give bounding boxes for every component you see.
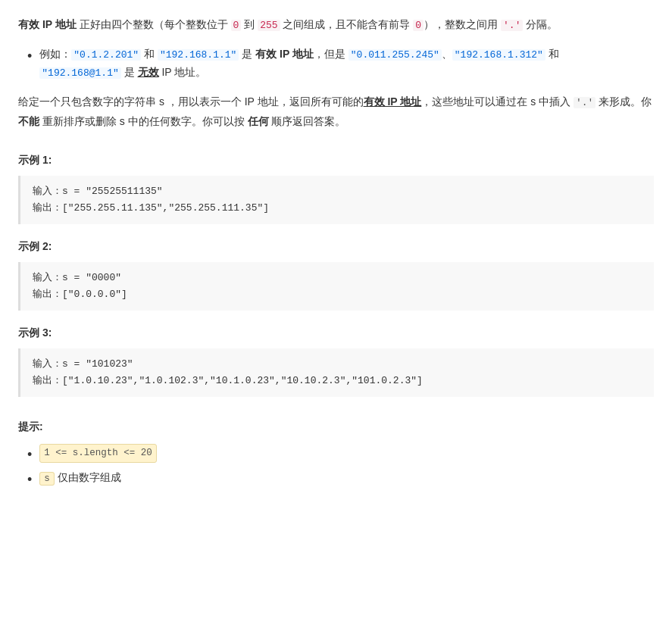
hints-list: • 1 <= s.length <= 20 • s 仅由数字组成 — [27, 444, 654, 489]
example-invalid-end: IP 地址。 — [159, 66, 207, 78]
hint2-suffix: 仅由数字组成 — [55, 471, 121, 483]
example-invalid-text: 是 — [121, 66, 138, 78]
code-dot: '.' — [501, 20, 523, 31]
desc-text-3: 来形成。你 — [595, 95, 652, 108]
example1-code-block: 输入：s = "25525511135" 输出：["255.255.11.135… — [18, 176, 654, 224]
valid-word: 有效 IP 地址 — [255, 48, 314, 60]
example3-input-label: 输入： — [33, 358, 62, 370]
hint2-text: s 仅由数字组成 — [39, 469, 120, 487]
code-0-low: 0 — [231, 20, 242, 31]
example-sep: 、 — [442, 48, 452, 60]
hints-title: 提示: — [18, 418, 654, 436]
example1-output-label: 输出： — [33, 202, 62, 214]
example-code-3: "0.011.255.245" — [349, 49, 442, 61]
hint-bullet-1: • — [27, 445, 32, 464]
intro-text-1: 正好由四个整数（每个整数位于 — [77, 18, 231, 30]
desc-text-2: ，这些地址可以通过在 s 中插入 — [421, 95, 574, 108]
example1-output-val: ["255.255.11.135","255.255.111.35"] — [62, 202, 269, 214]
example1-input-line: 输入：s = "25525511135" — [33, 183, 642, 200]
example2-input-val: s = "0000" — [62, 272, 121, 283]
intro-text-5: 分隔。 — [523, 18, 558, 30]
hint-item-1: • 1 <= s.length <= 20 — [27, 444, 654, 464]
example3-output-line: 输出：["1.0.10.23","1.0.102.3","10.1.0.23",… — [33, 373, 642, 389]
example-code-4: "192.168.1.312" — [452, 49, 545, 61]
desc-valid-term: 有效 IP 地址 — [364, 95, 422, 108]
example2-output-label: 输出： — [33, 289, 62, 300]
hint-item-2: • s 仅由数字组成 — [27, 469, 654, 489]
desc-any-word: 任何 — [248, 115, 269, 127]
example-prefix: 例如： — [39, 48, 71, 60]
example1-output-line: 输出：["255.255.11.135","255.255.111.35"] — [33, 200, 642, 217]
hint1-code: 1 <= s.length <= 20 — [39, 444, 157, 463]
example-bullet-section: • 例如："0.1.2.201" 和 "192.168.1.1" 是 有效 IP… — [27, 45, 654, 82]
valid-ip-term: 有效 IP 地址 — [18, 18, 77, 30]
code-255: 255 — [258, 20, 280, 31]
example-code-5: "192.168@1.1" — [39, 67, 120, 79]
example-and: 和 — [141, 48, 158, 60]
example3-code-block: 输入：s = "101023" 输出：["1.0.10.23","1.0.102… — [18, 348, 654, 397]
bullet-dot-1: • — [27, 47, 32, 66]
desc-not-word: 不能 — [18, 115, 39, 127]
example2-input-label: 输入： — [33, 272, 62, 283]
desc-text-1: 给定一个只包含数字的字符串 s ，用以表示一个 IP 地址，返回所有可能的 — [18, 95, 364, 108]
bullet-content-1: 例如："0.1.2.201" 和 "192.168.1.1" 是 有效 IP 地… — [39, 45, 558, 82]
desc-text-5: 顺序返回答案。 — [269, 115, 346, 127]
example3-title: 示例 3: — [18, 324, 654, 342]
description-paragraph: 给定一个只包含数字的字符串 s ，用以表示一个 IP 地址，返回所有可能的有效 … — [18, 92, 654, 130]
hints-section: 提示: • 1 <= s.length <= 20 • s 仅由数字组成 — [18, 418, 654, 489]
example-but: ，但是 — [314, 48, 349, 60]
example3-output-label: 输出： — [33, 375, 62, 386]
intro-text-2: 到 — [241, 18, 258, 30]
example2-output-val: ["0.0.0.0"] — [62, 289, 127, 300]
example2-input-line: 输入：s = "0000" — [33, 270, 642, 286]
hint2-code-s: s — [39, 472, 55, 486]
intro-text-3: 之间组成，且不能含有前导 — [280, 18, 414, 30]
example2-output-line: 输出：["0.0.0.0"] — [33, 286, 642, 303]
example1-input-label: 输入： — [33, 186, 62, 197]
invalid-word: 无效 — [138, 66, 159, 78]
example3-input-val: s = "101023" — [62, 358, 133, 370]
example1-title: 示例 1: — [18, 151, 654, 170]
bullet-item-1: • 例如："0.1.2.201" 和 "192.168.1.1" 是 有效 IP… — [27, 45, 654, 82]
example-and2: 和 — [545, 48, 559, 60]
example2-code-block: 输入：s = "0000" 输出：["0.0.0.0"] — [18, 262, 654, 311]
example-code-2: "192.168.1.1" — [158, 49, 239, 61]
example-code-1: "0.1.2.201" — [71, 49, 141, 61]
example1-input-val: s = "25525511135" — [62, 186, 163, 197]
desc-code-dot: '.' — [574, 97, 595, 108]
intro-paragraph: 有效 IP 地址 正好由四个整数（每个整数位于 0 到 255 之间组成，且不能… — [18, 15, 654, 35]
example3-input-line: 输入：s = "101023" — [33, 356, 642, 373]
code-0-leading: 0 — [413, 20, 424, 31]
example3-output-val: ["1.0.10.23","1.0.102.3","10.1.0.23","10… — [62, 375, 423, 386]
examples-section: 示例 1: 输入：s = "25525511135" 输出：["255.255.… — [18, 151, 654, 397]
hint-bullet-2: • — [27, 470, 32, 489]
desc-text-4: 重新排序或删除 s 中的任何数字。你可以按 — [39, 115, 248, 127]
intro-text-4: ），整数之间用 — [424, 18, 501, 30]
example2-title: 示例 2: — [18, 238, 654, 256]
example-valid-text: 是 — [239, 48, 255, 60]
